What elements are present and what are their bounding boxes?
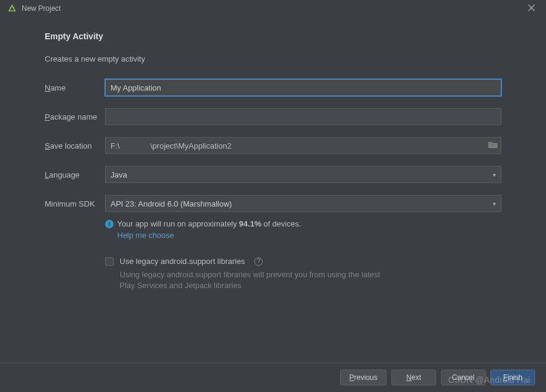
form: Name Package name Save location Language [45, 79, 501, 291]
row-save-location: Save location [45, 137, 501, 154]
content-area: Empty Activity Creates a new empty activ… [0, 17, 546, 291]
android-studio-icon [7, 4, 17, 13]
legacy-hint: Using legacy android.support libraries w… [120, 269, 385, 291]
chevron-down-icon: ▾ [493, 172, 496, 178]
sdk-info-text: Your app will run on approximately 94.1%… [117, 219, 301, 228]
cancel-button[interactable]: Cancel [441, 370, 486, 385]
save-location-input[interactable] [105, 137, 501, 154]
previous-button[interactable]: Previous [340, 370, 387, 385]
page-title: Empty Activity [45, 31, 501, 41]
info-icon: i [105, 220, 114, 228]
row-package: Package name [45, 108, 501, 125]
browse-folder-icon[interactable] [488, 141, 498, 150]
row-sdk: Minimum SDK API 23: Android 6.0 (Marshma… [45, 195, 501, 212]
legacy-checkbox[interactable] [105, 257, 114, 266]
label-sdk: Minimum SDK [45, 199, 105, 208]
label-name: Name [45, 83, 105, 92]
label-save-location: Save location [45, 141, 105, 150]
svg-point-0 [10, 7, 11, 8]
titlebar: New Project [0, 0, 546, 17]
row-name: Name [45, 79, 501, 96]
svg-point-1 [13, 7, 14, 8]
button-bar: Previous Next Cancel Finish [0, 363, 546, 392]
next-button[interactable]: Next [391, 370, 436, 385]
close-icon[interactable] [524, 4, 539, 13]
package-input[interactable] [105, 108, 501, 125]
legacy-label: Use legacy android.support libraries [120, 257, 245, 266]
sdk-info: i Your app will run on approximately 94.… [105, 219, 501, 240]
label-language: Language [45, 170, 105, 179]
name-input[interactable] [105, 79, 501, 96]
page-subtitle: Creates a new empty activity [45, 54, 501, 63]
language-select[interactable]: Java ▾ [105, 166, 501, 183]
window-title: New Project [22, 4, 61, 13]
sdk-value: API 23: Android 6.0 (Marshmallow) [111, 199, 232, 208]
sdk-select[interactable]: API 23: Android 6.0 (Marshmallow) ▾ [105, 195, 501, 212]
help-icon[interactable]: ? [254, 257, 263, 266]
label-package: Package name [45, 112, 105, 121]
chevron-down-icon: ▾ [493, 201, 496, 207]
row-language: Language Java ▾ [45, 166, 501, 183]
legacy-row: Use legacy android.support libraries ? [105, 257, 501, 266]
finish-button[interactable]: Finish [490, 370, 535, 385]
language-value: Java [111, 170, 127, 179]
help-me-choose-link[interactable]: Help me choose [117, 231, 174, 240]
